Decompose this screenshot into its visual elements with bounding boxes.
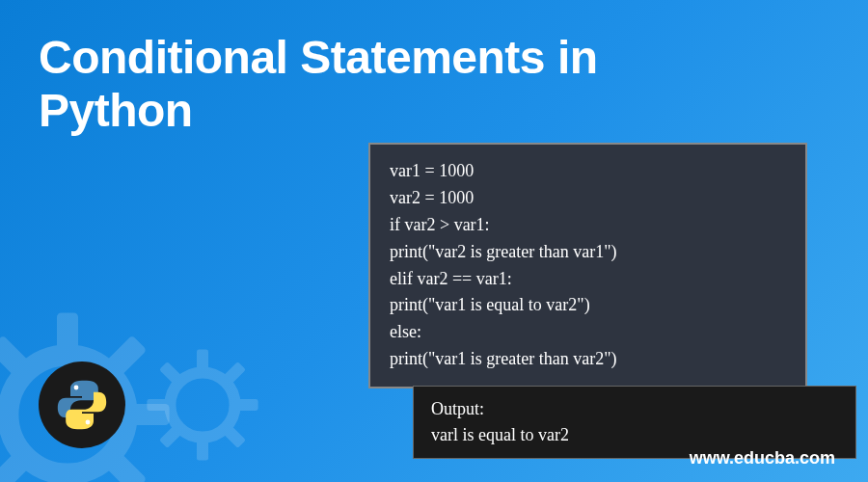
svg-rect-3 [0,404,4,425]
svg-rect-11 [197,440,208,461]
svg-rect-1 [57,312,78,351]
svg-point-18 [74,386,79,390]
svg-rect-12 [147,399,168,411]
code-line: print("var2 is greater than var1") [390,239,786,266]
code-line: var2 = 1000 [390,185,786,212]
gear-decoration-small [145,347,260,463]
svg-rect-13 [237,399,258,411]
output-text: varl is equal to var2 [431,422,838,448]
website-url: www.educba.com [690,448,835,469]
output-label: Output: [431,396,838,422]
code-line: if var2 > var1: [390,212,786,239]
page-title: Conditional Statements in Python [39,31,598,137]
svg-point-9 [170,372,234,437]
code-line: elif var2 == var1: [390,266,786,293]
title-line-1: Conditional Statements in [39,32,598,83]
code-line: print("var1 is equal to var2") [390,292,786,319]
python-logo-icon [39,362,125,448]
svg-point-19 [86,420,91,425]
svg-rect-10 [197,349,208,370]
svg-rect-2 [57,478,78,482]
code-line: var1 = 1000 [390,158,786,185]
code-line: else: [390,319,786,346]
code-line: print("var1 is greater than var2") [390,346,786,373]
title-line-2: Python [39,85,193,136]
code-block: var1 = 1000 var2 = 1000 if var2 > var1: … [368,143,807,388]
